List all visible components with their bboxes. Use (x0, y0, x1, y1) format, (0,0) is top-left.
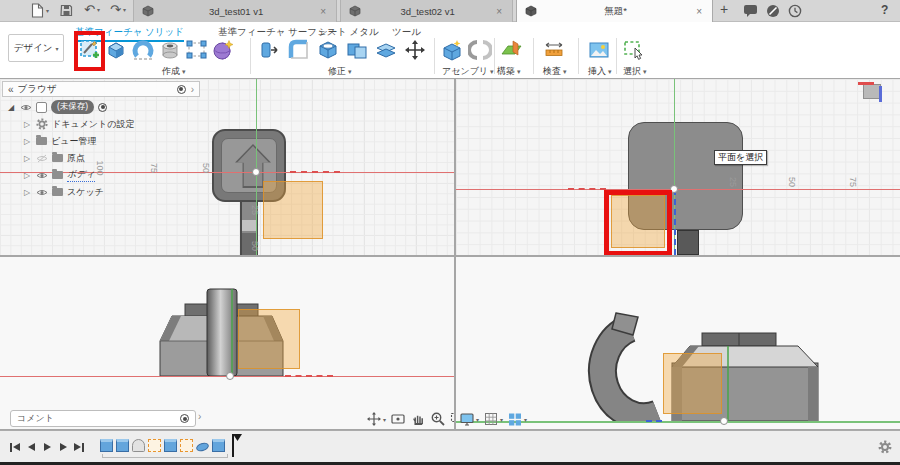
document-tab-2[interactable]: 3d_test02 v1 × (340, 0, 513, 22)
grid-settings-button[interactable]: ▾ (483, 411, 503, 427)
browser-header[interactable]: « ブラウザ › (2, 81, 200, 97)
select-icon[interactable] (622, 38, 646, 62)
construct-plane-icon[interactable] (500, 38, 524, 62)
step-forward-button[interactable] (56, 440, 70, 454)
group-label-select[interactable]: 選択 (623, 65, 646, 78)
collapsed-arrow-icon[interactable]: ▷ (24, 171, 32, 180)
browser-item-document-settings[interactable]: ▷ ドキュメントの設定 (24, 117, 134, 131)
shell-icon[interactable] (316, 38, 340, 62)
shackle-stem-zoomed[interactable] (677, 230, 699, 255)
comment-panel[interactable]: コメント (10, 410, 196, 427)
panel-dock-icon[interactable] (177, 85, 186, 94)
browser-item-bodies[interactable]: ▷ ボディ (24, 168, 95, 182)
app-grid-icon[interactable] (9, 5, 21, 17)
display-settings-button[interactable]: ▾ (459, 411, 479, 427)
collapsed-arrow-icon[interactable]: ▷ (24, 137, 32, 146)
close-icon[interactable]: × (494, 6, 504, 17)
timeline-settings-button[interactable] (878, 440, 892, 456)
browser-root-item[interactable]: ◢ (未保存) (8, 100, 107, 114)
visibility-eye-icon[interactable] (36, 188, 48, 197)
timeline-feature-extrude[interactable] (164, 439, 177, 452)
viewport-bottom-right[interactable]: ▾ ▾ ▾ (456, 257, 900, 429)
group-label-construct[interactable]: 構築 (497, 65, 520, 78)
save-button[interactable] (60, 4, 73, 17)
origin-point[interactable] (720, 417, 728, 425)
group-label-modify[interactable]: 修正 (328, 65, 351, 78)
browser-item-named-views[interactable]: ▷ ビュー管理 (24, 134, 96, 148)
design-workspace-menu[interactable]: デザイン▾ (8, 34, 64, 62)
insert-image-icon[interactable] (587, 38, 611, 62)
comment-button[interactable] (743, 4, 758, 18)
split-icon[interactable] (374, 38, 398, 62)
viewport-top-right[interactable]: 平面を選択 25 50 75 (456, 79, 900, 255)
visibility-eye-icon[interactable] (20, 103, 32, 112)
visibility-eye-icon[interactable] (36, 171, 48, 180)
browser-item-origin[interactable]: ▷ 原点 (24, 151, 85, 165)
document-tab-active[interactable]: 無題* × (516, 0, 713, 22)
zoom-window-button[interactable]: ▾ (450, 411, 454, 427)
play-button[interactable] (40, 440, 54, 454)
pattern-icon[interactable] (185, 38, 209, 62)
sketch-plane-overlay[interactable] (238, 309, 300, 369)
go-to-start-button[interactable] (8, 440, 22, 454)
combine-icon[interactable] (345, 38, 369, 62)
revolve-icon[interactable] (131, 38, 155, 62)
new-tab-button[interactable]: + (720, 1, 728, 17)
timeline-feature-fillet[interactable] (195, 441, 210, 453)
redo-button[interactable]: ↷▾ (110, 2, 126, 17)
close-icon[interactable]: × (318, 6, 328, 17)
viewport-bottom-left[interactable]: コメント › ▾ ▾ (0, 257, 454, 429)
step-back-button[interactable] (24, 440, 38, 454)
timeline-feature-sketch[interactable] (148, 439, 161, 452)
origin-point[interactable] (226, 372, 234, 380)
group-label-create[interactable]: 作成 (162, 65, 185, 78)
orbit-button[interactable]: ▾ (366, 411, 386, 427)
timeline-marker[interactable] (232, 434, 234, 457)
active-document-icon[interactable] (98, 103, 107, 112)
move-icon[interactable] (403, 38, 427, 62)
sketch-plane-overlay[interactable] (663, 353, 722, 414)
browser-item-sketches[interactable]: ▷ スケッチ (24, 185, 104, 199)
new-component-icon[interactable] (440, 38, 464, 62)
sketch-plane-overlay[interactable] (263, 181, 323, 239)
go-to-end-button[interactable] (72, 440, 86, 454)
press-pull-icon[interactable] (258, 38, 282, 62)
group-label-inspect[interactable]: 検査 (543, 65, 566, 78)
fillet-icon[interactable] (287, 38, 311, 62)
origin-point[interactable] (252, 168, 260, 176)
look-at-button[interactable] (390, 411, 406, 427)
visibility-eye-off-icon[interactable] (36, 154, 48, 163)
viewport-top-left[interactable]: 100 75 50 25 50 « ブラウザ › ◢ (未保存) ▷ ドキ (0, 79, 454, 255)
job-status-button[interactable] (788, 4, 802, 18)
extensions-button[interactable] (766, 4, 780, 18)
document-tab-1[interactable]: 3d_test01 v1 × (133, 0, 337, 22)
panel-handle-icon[interactable]: › (198, 411, 201, 422)
measure-icon[interactable] (542, 38, 566, 62)
timeline-feature-extrude[interactable] (212, 439, 225, 452)
file-menu-button[interactable]: ▾ (31, 3, 49, 18)
collapse-panel-icon[interactable]: « (8, 84, 13, 95)
timeline-feature-sketch[interactable] (180, 439, 193, 452)
timeline-feature-extrude[interactable] (116, 439, 129, 452)
help-button[interactable]: ? (881, 3, 888, 17)
pan-button[interactable] (410, 411, 426, 427)
hole-icon[interactable] (158, 38, 182, 62)
zoom-button[interactable] (430, 411, 446, 427)
group-label-assembly[interactable]: アセンブリ (442, 65, 494, 78)
view-orientation-cube[interactable] (863, 84, 881, 99)
panel-dock-icon[interactable] (180, 414, 189, 423)
viewports-button[interactable]: ▾ (507, 411, 527, 427)
collapsed-arrow-icon[interactable]: ▷ (24, 154, 32, 163)
close-icon[interactable]: × (694, 6, 704, 17)
joint-icon[interactable] (468, 38, 492, 62)
extrude-icon[interactable] (104, 38, 128, 62)
timeline-feature-extrude[interactable] (100, 439, 113, 452)
expanded-arrow-icon[interactable]: ◢ (8, 103, 16, 112)
panel-handle-icon[interactable]: › (191, 84, 194, 95)
form-icon[interactable] (211, 38, 235, 62)
collapsed-arrow-icon[interactable]: ▷ (24, 188, 32, 197)
collapsed-arrow-icon[interactable]: ▷ (24, 120, 32, 129)
undo-button[interactable]: ↶▾ (84, 2, 100, 17)
group-label-insert[interactable]: 挿入 (588, 65, 611, 78)
timeline-feature-sweep[interactable] (132, 439, 145, 452)
